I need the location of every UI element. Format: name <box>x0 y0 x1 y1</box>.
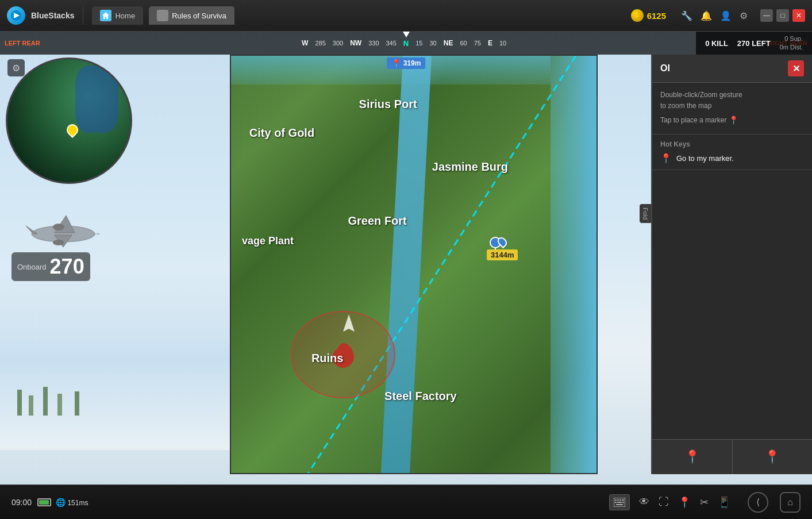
distance-badge: 3144m <box>487 249 518 260</box>
window-controls: — □ ✕ <box>760 9 805 22</box>
tick-NW: NW <box>347 39 365 47</box>
map-icon[interactable]: 📍 <box>678 496 691 509</box>
tick-E: E <box>484 39 496 47</box>
coin-icon: ● <box>631 9 644 22</box>
hotkeys-section: Hot Keys 📍 Go to my marker. <box>652 134 812 170</box>
home-button[interactable]: ⌂ <box>780 492 801 513</box>
keyboard-icon-box[interactable] <box>609 494 630 510</box>
left-rear-label: LEFT REAR <box>0 40 45 47</box>
airplane-svg <box>11 210 103 256</box>
battery-icon <box>37 498 51 506</box>
tick-330: 330 <box>365 40 382 47</box>
coins-value: 6125 <box>647 11 666 21</box>
sup-label: 0 Sup. <box>780 34 803 43</box>
svg-rect-12 <box>617 499 619 501</box>
expand-icon[interactable]: ⛶ <box>659 496 669 508</box>
scissors-icon[interactable]: ✂ <box>700 496 709 509</box>
tick-N: N <box>400 39 412 48</box>
kill-hud: 0 KILL 270 LEFT 0 Sup. 0m Dist. <box>696 32 812 55</box>
bottom-nav-buttons: ⟨ ⌂ <box>748 492 801 513</box>
toolbar-icons: 🔧 🔔 👤 ⚙ <box>681 10 748 21</box>
battery-area <box>37 498 51 506</box>
kill-count: 0 KILL <box>705 39 728 48</box>
notification-icon[interactable]: 🔔 <box>701 10 712 21</box>
map-label-sirius-port: Sirius Port <box>359 98 417 111</box>
sup-dist-info: 0 Sup. 0m Dist. <box>780 34 803 52</box>
svg-rect-11 <box>615 499 617 501</box>
top-distance-marker: 📍 319m <box>387 57 426 69</box>
map-label-city-of-gold: City of Gold <box>249 126 314 140</box>
map-label-vage-plant: vage Plant <box>242 235 294 247</box>
maximize-button[interactable]: □ <box>776 9 789 22</box>
map-label-ruins: Ruins <box>311 352 344 365</box>
ping-display: 🌐 151ms <box>56 498 88 507</box>
tick-15: 15 <box>412 40 426 47</box>
game-tab-label: Rules of Surviva <box>172 11 226 20</box>
top-dist-value: 319m <box>403 59 421 67</box>
onboard-box: Onboard 270 <box>11 252 90 281</box>
svg-rect-16 <box>617 502 622 503</box>
map-background: City of Gold Sirius Port Jasmine Burg va… <box>231 56 597 473</box>
tick-75: 75 <box>471 40 484 47</box>
onboard-count: 270 <box>50 255 84 279</box>
svg-rect-13 <box>619 499 621 501</box>
eye-icon[interactable]: 👁 <box>639 496 649 508</box>
goto-marker-item: 📍 Go to my marker. <box>660 153 804 164</box>
home-icon <box>100 10 111 21</box>
left-count: 270 LEFT <box>737 39 771 48</box>
home-tab[interactable]: Home <box>92 6 143 25</box>
account-icon[interactable]: 👤 <box>720 10 732 21</box>
minimap-settings-button[interactable]: ⚙ <box>7 59 25 76</box>
home-tab-label: Home <box>115 11 135 20</box>
onboard-label: Onboard <box>17 263 47 271</box>
close-button[interactable]: ✕ <box>792 9 805 22</box>
hotkeys-label: Hot Keys <box>660 140 804 148</box>
svg-rect-15 <box>615 502 617 503</box>
snowy-ground <box>0 266 230 450</box>
panel-location-btn-1[interactable]: 📍 <box>652 440 733 474</box>
instruction-line3-container: Tap to place a marker 📍 <box>660 114 804 126</box>
tick-300: 300 <box>329 40 347 47</box>
time-display: 09:00 <box>11 498 32 507</box>
instruction-line3: Tap to place a marker <box>660 115 726 126</box>
taskbar: 09:00 🌐 151ms 👁 ⛶ 📍 ✂ � <box>0 485 812 519</box>
goto-marker-icon: 📍 <box>660 153 672 164</box>
right-panel: OI ✕ Double-click/Zoom gesture to zoom t… <box>651 55 812 474</box>
instruction-line2: to zoom the map <box>660 101 804 112</box>
compass-ticks: W 285 300 NW 330 345 N 15 30 NE 60 75 E … <box>45 39 764 48</box>
settings-icon[interactable]: ⚙ <box>740 10 748 21</box>
panel-header: OI ✕ <box>652 55 812 83</box>
phone-icon[interactable]: 📱 <box>718 496 730 509</box>
minimap-inner <box>7 59 130 182</box>
back-button[interactable]: ⟨ <box>748 492 768 513</box>
top-marker-dist: 📍 319m <box>387 57 426 69</box>
keyboard-icon <box>614 498 625 507</box>
svg-point-4 <box>53 240 64 245</box>
divider <box>83 7 83 24</box>
panel-bottom-buttons: 📍 📍 <box>652 439 812 474</box>
game-tab[interactable]: Rules of Surviva <box>149 6 234 25</box>
game-icon <box>157 10 168 21</box>
tools-icon[interactable]: 🔧 <box>681 10 692 21</box>
tick-30: 30 <box>426 40 440 47</box>
panel-instruction: Double-click/Zoom gesture to zoom the ma… <box>652 83 812 134</box>
fold-tab[interactable]: Fold <box>640 204 651 223</box>
map-label-jasmine-burg: Jasmine Burg <box>432 160 508 174</box>
panel-close-button[interactable]: ✕ <box>788 60 804 76</box>
goto-marker-label: Go to my marker. <box>676 154 734 163</box>
instruction-line1: Double-click/Zoom gesture <box>660 90 804 101</box>
svg-point-3 <box>53 224 64 230</box>
minimize-button[interactable]: — <box>760 9 773 22</box>
svg-rect-14 <box>622 499 624 501</box>
marker-inline-icon: 📍 <box>729 114 738 126</box>
location-icon-1: 📍 <box>684 449 700 464</box>
svg-rect-17 <box>622 502 624 503</box>
panel-location-btn-2[interactable]: 📍 <box>733 440 813 474</box>
minimap[interactable] <box>6 57 132 184</box>
dist-label: 0m Dist. <box>780 43 803 52</box>
main-map[interactable]: City of Gold Sirius Port Jasmine Burg va… <box>230 55 598 474</box>
game-area: LEFT REAR W 285 300 NW 330 345 N 15 30 N… <box>0 32 812 485</box>
titlebar: BlueStacks Home Rules of Surviva ● 6125 … <box>0 0 812 32</box>
app-title: BlueStacks <box>31 11 74 20</box>
compass-bar: LEFT REAR W 285 300 NW 330 345 N 15 30 N… <box>0 32 812 55</box>
